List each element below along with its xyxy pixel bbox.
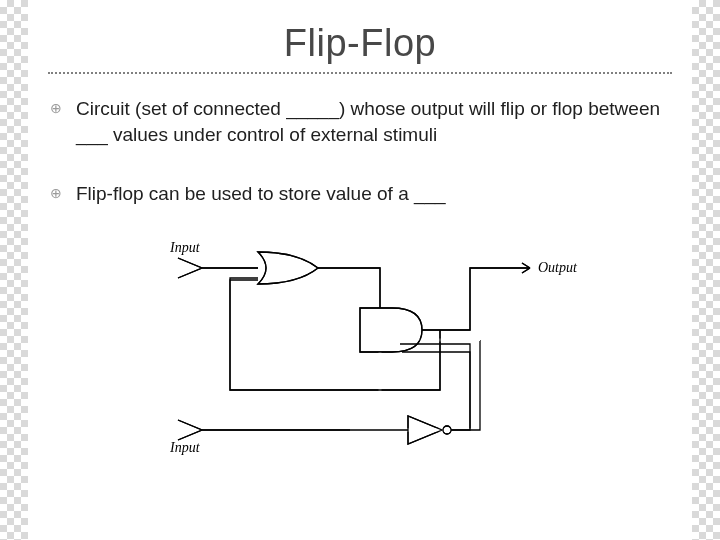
flip-flop-circuit-diagram: Input Output Input [170, 240, 590, 470]
bullet-text: Circuit (set of connected _____) whose o… [76, 98, 660, 145]
diagram-label-output: Output [538, 260, 578, 275]
list-item: Circuit (set of connected _____) whose o… [50, 96, 676, 147]
title-divider [48, 72, 672, 74]
decorative-left-border [0, 0, 28, 540]
bullet-text: Flip-flop can be used to store value of … [76, 183, 446, 204]
list-item: Flip-flop can be used to store value of … [50, 181, 676, 207]
diagram-label-input-bottom: Input [170, 440, 201, 455]
bullet-list: Circuit (set of connected _____) whose o… [50, 96, 676, 241]
decorative-right-border [692, 0, 720, 540]
slide-title: Flip-Flop [0, 22, 720, 65]
diagram-label-input-top: Input [170, 240, 201, 255]
